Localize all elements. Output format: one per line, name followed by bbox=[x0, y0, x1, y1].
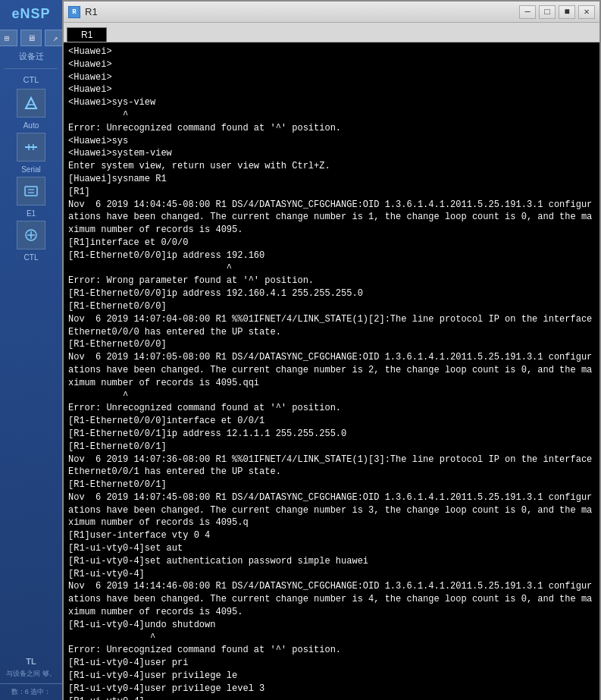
sidebar-status: 数：6 选中： bbox=[0, 683, 62, 700]
sidebar-divider-1 bbox=[5, 68, 58, 69]
svg-rect-5 bbox=[25, 187, 37, 196]
terminal-title-text: R1 bbox=[85, 6, 519, 17]
minimize-button[interactable]: — bbox=[519, 5, 536, 19]
terminal-window: R R1 — □ ■ ✕ R1 <Huawei> <Huawei> <Huawe… bbox=[62, 0, 601, 700]
terminal-tabs: R1 bbox=[64, 23, 599, 42]
restore-button[interactable]: □ bbox=[539, 5, 556, 19]
sidebar-btn-ctl[interactable] bbox=[17, 221, 45, 250]
sidebar-icon-1[interactable]: ⊞ bbox=[0, 30, 17, 46]
main-area: R R1 — □ ■ ✕ R1 <Huawei> <Huawei> <Huawe… bbox=[62, 0, 601, 700]
terminal-title-icon: R bbox=[68, 6, 80, 18]
terminal-titlebar: R R1 — □ ■ ✕ bbox=[64, 2, 599, 23]
svg-marker-0 bbox=[26, 98, 36, 108]
sidebar-btn-serial[interactable] bbox=[17, 133, 45, 162]
sidebar-icon-2[interactable]: 🖥 bbox=[20, 30, 42, 46]
maximize-button[interactable]: ■ bbox=[559, 5, 575, 19]
app-logo: eNSP bbox=[11, 0, 50, 27]
sidebar-btn-serial-label: Serial bbox=[21, 165, 41, 174]
sidebar-btn-auto[interactable] bbox=[17, 89, 45, 118]
sidebar-label-1: 设备迁 bbox=[19, 49, 44, 64]
sidebar-bottom-text: TL 与设备之间 够。 bbox=[3, 651, 59, 683]
sidebar: eNSP ⊞ 🖥 ↗ 设备迁 CTL Auto Serial E1 bbox=[0, 0, 62, 700]
tab-r1[interactable]: R1 bbox=[67, 27, 107, 42]
sidebar-btn-ctl-label: CTL bbox=[24, 253, 39, 262]
sidebar-btn-auto-label: Auto bbox=[23, 121, 39, 130]
sidebar-btn-e1[interactable] bbox=[17, 177, 45, 206]
sidebar-label-ctl: CTL bbox=[23, 74, 39, 86]
sidebar-btn-e1-label: E1 bbox=[27, 209, 36, 218]
terminal-content[interactable]: <Huawei> <Huawei> <Huawei> <Huawei> <Hua… bbox=[64, 42, 599, 700]
close-button[interactable]: ✕ bbox=[578, 5, 595, 19]
sidebar-top-icons: ⊞ 🖥 ↗ bbox=[0, 30, 66, 46]
window-controls: — □ ■ ✕ bbox=[519, 5, 595, 19]
